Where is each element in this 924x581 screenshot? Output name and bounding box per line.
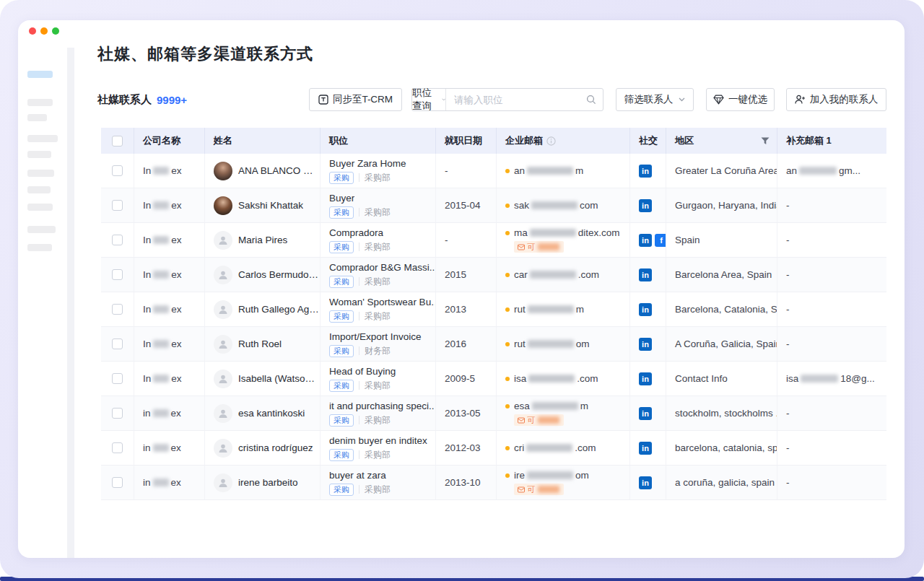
sidebar-item-active[interactable] [27,71,53,78]
redacted-text [153,201,169,209]
sidebar-skeleton-item[interactable] [27,244,52,251]
table-row[interactable]: Inex Ruth Gallego Agulló Woman' Sportswe… [101,292,886,327]
table-row[interactable]: inex irene barbeito buyer at zara 采购 采购部… [101,466,886,500]
company-email-cell: maditex.com 可 [497,223,630,257]
extra-email-cell: angm... [777,154,886,188]
linkedin-icon[interactable]: in [639,338,652,351]
department-name: 采购部 [365,172,391,184]
table-row[interactable]: Inex Ruth Roel Import/Export Invoice 采购 … [101,327,886,362]
linkedin-icon[interactable]: in [639,165,652,178]
avatar [214,300,232,319]
linkedin-icon[interactable]: in [639,407,652,420]
table-row[interactable]: Inex Sakshi Khattak Buyer 采购 采购部 2015-04… [101,188,886,223]
table-row[interactable]: Inex Isabella (Watson) L... Head of Buyi… [101,362,886,396]
row-checkbox[interactable] [112,338,123,349]
traffic-light-red-icon[interactable] [29,27,36,35]
position-cell: buyer at zara 采购 采购部 [321,466,436,499]
table-row[interactable]: Inex ANA BLANCO REY Buyer Zara Home 采购 采… [101,154,886,188]
redacted-text [526,444,572,452]
department-name: 采购部 [365,414,391,427]
add-to-my-contacts-button[interactable]: 加入我的联系人 [786,88,886,111]
redacted-text [538,243,559,250]
row-checkbox[interactable] [112,408,123,419]
tag-separator [359,346,359,355]
row-checkbox[interactable] [112,373,123,384]
col-header-company: 公司名称 [134,128,205,154]
row-checkbox[interactable] [112,165,123,176]
position-search-group: 职位查询 [411,88,603,111]
info-icon[interactable] [546,136,556,146]
name-cell: esa kantinkoski [205,396,321,430]
person-icon [218,478,228,488]
department-name: 采购部 [365,241,391,253]
extra-email-cell: - [777,188,886,222]
row-checkbox[interactable] [112,200,123,211]
linkedin-icon[interactable]: in [639,234,652,247]
sidebar-skeleton-item[interactable] [27,186,51,193]
row-checkbox[interactable] [112,477,123,488]
sidebar-skeleton-item[interactable] [27,114,47,121]
select-all-checkbox[interactable] [112,136,123,147]
contact-name: Sakshi Khattak [238,200,303,211]
row-checkbox[interactable] [112,269,123,280]
position-search-input[interactable] [454,95,582,105]
deliverable-badge: 可 [514,484,564,495]
linkedin-icon[interactable]: in [639,372,652,385]
department-tag: 采购 [329,484,354,496]
sidebar-skeleton-item[interactable] [27,170,54,177]
redacted-text [531,201,578,209]
table-row[interactable]: inex esa kantinkoski it and purchasing s… [101,396,886,431]
linkedin-icon[interactable]: in [639,268,652,281]
sync-button-label: 同步至T-CRM [333,93,393,106]
company-cell: Inex [134,223,205,257]
sidebar-skeleton-item[interactable] [27,151,51,158]
email-line: isa.com [505,373,598,384]
sidebar-skeleton-item[interactable] [27,204,53,211]
one-click-optimize-button[interactable]: 一键优选 [706,88,775,111]
row-checkbox[interactable] [112,442,123,453]
search-icon[interactable] [586,95,596,105]
email-line: car.com [505,269,599,280]
traffic-light-green-icon[interactable] [52,27,59,35]
sidebar-skeleton-item[interactable] [27,226,56,233]
social-cell: in [630,258,666,292]
gem-icon [713,95,724,105]
row-checkbox[interactable] [112,235,123,245]
linkedin-icon[interactable]: in [639,199,652,212]
extra-email-cell: - [777,327,886,361]
sidebar-divider [67,48,74,558]
position-query-dropdown[interactable]: 职位查询 [412,89,446,110]
sync-to-crm-button[interactable]: 同步至T-CRM [309,88,402,111]
linkedin-icon[interactable]: in [639,442,652,455]
filter-contacts-button[interactable]: 筛选联系人 [616,88,694,111]
col-header-position: 职位 [321,128,436,154]
table-header-row: 公司名称 姓名 职位 就职日期 企业邮箱 社交 地区 补充邮箱 1 [101,128,886,154]
email-status-dot-icon [505,446,510,450]
region-cell: stockholm, stockholms ... [666,396,777,430]
table-row[interactable]: Inex Carlos Bermudo Cr... Comprador B&G … [101,258,886,292]
extra-frag: isa18@g... [786,373,875,384]
facebook-icon[interactable]: f [655,234,666,247]
traffic-light-orange-icon[interactable] [40,27,48,35]
row-checkbox[interactable] [112,304,123,315]
company-email-header-text: 企业邮箱 [505,134,543,147]
hire-date-cell: 2013 [436,292,497,326]
sidebar-skeleton-item[interactable] [27,135,58,142]
position-tags: 采购 采购部 [329,310,391,323]
col-header-extra-email: 补充邮箱 1 [777,128,886,154]
position-title: denim buyer en inditex [329,435,427,446]
extra-email-cell: - [777,258,886,292]
position-title: Woman' Sportswear Bu... [329,297,435,307]
company-cell: Inex [134,188,205,222]
sidebar-skeleton-item[interactable] [27,99,53,106]
linkedin-icon[interactable]: in [639,303,652,316]
email-status-dot-icon [505,473,510,478]
table-row[interactable]: Inex Maria Pires Compradora 采购 采购部 - mad… [101,223,886,258]
envelope-icon [518,486,525,493]
hire-date-cell: 2012-03 [436,431,497,465]
filter-funnel-icon[interactable] [761,137,770,145]
table-row[interactable]: inex cristina rodríguez denim buyer en i… [101,431,886,466]
contact-name: esa kantinkoski [238,408,305,419]
linkedin-icon[interactable]: in [639,476,652,489]
person-icon [218,409,228,419]
